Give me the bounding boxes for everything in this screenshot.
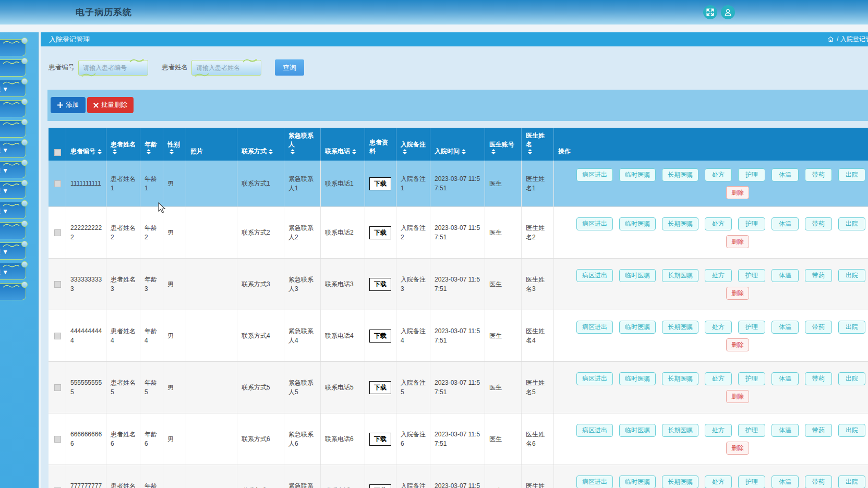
op-nursing-button[interactable]: 护理	[738, 269, 765, 282]
op-temperature-button[interactable]: 体温	[771, 424, 799, 437]
column-header-emergency[interactable]: 紧急联系人	[284, 128, 321, 161]
op-nursing-button[interactable]: 护理	[738, 372, 765, 385]
op-delete-button[interactable]: 删除	[726, 287, 749, 300]
op-ward-in-out-button[interactable]: 病区进出	[576, 424, 613, 437]
op-nursing-button[interactable]: 护理	[738, 217, 765, 230]
op-temporary-order-button[interactable]: 临时医嘱	[619, 168, 656, 181]
sidebar-item-2[interactable]: ▼	[0, 59, 26, 77]
op-temperature-button[interactable]: 体温	[771, 321, 799, 334]
sidebar-item-3[interactable]: 理 ▼	[0, 80, 26, 97]
column-header-doctor_name[interactable]: 医生姓名	[522, 128, 554, 161]
sort-icon[interactable]	[113, 149, 117, 154]
row-checkbox[interactable]	[54, 436, 61, 443]
sidebar-item-5[interactable]: ▼	[0, 120, 26, 138]
user-menu-button[interactable]	[721, 5, 735, 19]
row-checkbox[interactable]	[54, 281, 61, 288]
sort-icon[interactable]	[528, 149, 532, 154]
op-ward-in-out-button[interactable]: 病区进出	[576, 269, 613, 282]
row-checkbox[interactable]	[54, 229, 61, 236]
op-long-term-order-button[interactable]: 长期医嘱	[662, 321, 698, 334]
op-nursing-button[interactable]: 护理	[738, 168, 765, 181]
op-bring-medicine-button[interactable]: 带药	[805, 321, 832, 334]
op-prescription-button[interactable]: 处方	[705, 321, 732, 334]
op-bring-medicine-button[interactable]: 带药	[805, 269, 832, 282]
download-button[interactable]: 下载	[369, 381, 391, 394]
sidebar-item-6[interactable]: 理 ▼	[0, 141, 26, 158]
op-bring-medicine-button[interactable]: 带药	[805, 217, 832, 230]
column-header-phone[interactable]: 联系电话	[321, 128, 365, 161]
op-delete-button[interactable]: 删除	[726, 390, 749, 403]
sort-icon[interactable]	[352, 149, 356, 154]
fullscreen-button[interactable]	[703, 5, 717, 19]
op-discharge-button[interactable]: 出院	[838, 475, 865, 488]
op-nursing-button[interactable]: 护理	[738, 424, 765, 437]
query-button[interactable]: 查询	[275, 59, 304, 76]
op-prescription-button[interactable]: 处方	[705, 372, 732, 385]
op-discharge-button[interactable]: 出院	[838, 217, 865, 230]
op-ward-in-out-button[interactable]: 病区进出	[576, 321, 613, 334]
op-prescription-button[interactable]: 处方	[705, 475, 732, 488]
op-discharge-button[interactable]: 出院	[838, 321, 865, 334]
op-nursing-button[interactable]: 护理	[738, 321, 765, 334]
download-button[interactable]: 下载	[369, 177, 391, 190]
op-prescription-button[interactable]: 处方	[705, 217, 732, 230]
op-temporary-order-button[interactable]: 临时医嘱	[619, 321, 656, 334]
op-long-term-order-button[interactable]: 长期医嘱	[662, 475, 698, 488]
sort-icon[interactable]	[462, 149, 466, 154]
op-temperature-button[interactable]: 体温	[771, 217, 799, 230]
sidebar-item-7[interactable]: 理 ▼	[0, 161, 26, 178]
sidebar-item-12[interactable]: 理 ▼	[0, 263, 26, 280]
op-prescription-button[interactable]: 处方	[705, 168, 732, 181]
download-button[interactable]: 下载	[369, 433, 391, 446]
sort-icon[interactable]	[269, 149, 273, 154]
batch-delete-button[interactable]: 批量删除	[87, 97, 134, 113]
op-temperature-button[interactable]: 体温	[771, 372, 799, 385]
sort-icon[interactable]	[147, 149, 151, 154]
op-temperature-button[interactable]: 体温	[771, 168, 799, 181]
sidebar-item-10[interactable]: ▼	[0, 222, 26, 239]
op-temporary-order-button[interactable]: 临时医嘱	[619, 424, 656, 437]
sidebar-item-11[interactable]: 理 ▼	[0, 242, 26, 260]
sort-icon[interactable]	[170, 149, 174, 154]
column-header-doctor_account[interactable]: 医生账号	[485, 128, 522, 161]
op-prescription-button[interactable]: 处方	[705, 424, 732, 437]
op-delete-button[interactable]: 删除	[726, 186, 749, 199]
sort-icon[interactable]	[491, 149, 496, 154]
sort-icon[interactable]	[403, 149, 407, 154]
op-temporary-order-button[interactable]: 临时医嘱	[619, 372, 656, 385]
op-bring-medicine-button[interactable]: 带药	[805, 475, 832, 488]
op-delete-button[interactable]: 删除	[726, 235, 749, 248]
op-bring-medicine-button[interactable]: 带药	[805, 424, 832, 437]
column-header-note[interactable]: 入院备注	[396, 128, 430, 161]
select-all-checkbox[interactable]	[54, 149, 61, 156]
sidebar-item-1[interactable]	[0, 39, 26, 56]
op-long-term-order-button[interactable]: 长期医嘱	[662, 372, 698, 385]
op-long-term-order-button[interactable]: 长期医嘱	[662, 424, 698, 437]
sidebar-item-13[interactable]: ▼	[0, 283, 26, 300]
op-ward-in-out-button[interactable]: 病区进出	[576, 217, 613, 230]
op-prescription-button[interactable]: 处方	[705, 269, 732, 282]
op-bring-medicine-button[interactable]: 带药	[805, 168, 832, 181]
op-long-term-order-button[interactable]: 长期医嘱	[662, 168, 698, 181]
add-button[interactable]: 添加	[51, 97, 86, 113]
sort-icon[interactable]	[98, 149, 102, 154]
op-temperature-button[interactable]: 体温	[771, 475, 799, 488]
download-button[interactable]: 下载	[369, 484, 391, 488]
sidebar-item-8[interactable]: 理 ▼	[0, 181, 26, 199]
column-header-contact[interactable]: 联系方式	[237, 128, 284, 161]
op-temporary-order-button[interactable]: 临时医嘱	[619, 217, 656, 230]
op-discharge-button[interactable]: 出院	[838, 269, 865, 282]
sidebar-item-9[interactable]: 理 ▼	[0, 202, 26, 219]
op-long-term-order-button[interactable]: 长期医嘱	[662, 217, 698, 230]
column-header-patient_name[interactable]: 患者姓名	[106, 128, 140, 161]
op-temporary-order-button[interactable]: 临时医嘱	[619, 475, 656, 488]
op-delete-button[interactable]: 删除	[726, 338, 749, 351]
op-temporary-order-button[interactable]: 临时医嘱	[619, 269, 656, 282]
download-button[interactable]: 下载	[369, 226, 391, 239]
op-discharge-button[interactable]: 出院	[838, 372, 865, 385]
op-ward-in-out-button[interactable]: 病区进出	[576, 475, 613, 488]
column-header-gender[interactable]: 性别	[163, 128, 186, 161]
op-ward-in-out-button[interactable]: 病区进出	[576, 168, 613, 181]
download-button[interactable]: 下载	[369, 330, 391, 343]
op-long-term-order-button[interactable]: 长期医嘱	[662, 269, 698, 282]
